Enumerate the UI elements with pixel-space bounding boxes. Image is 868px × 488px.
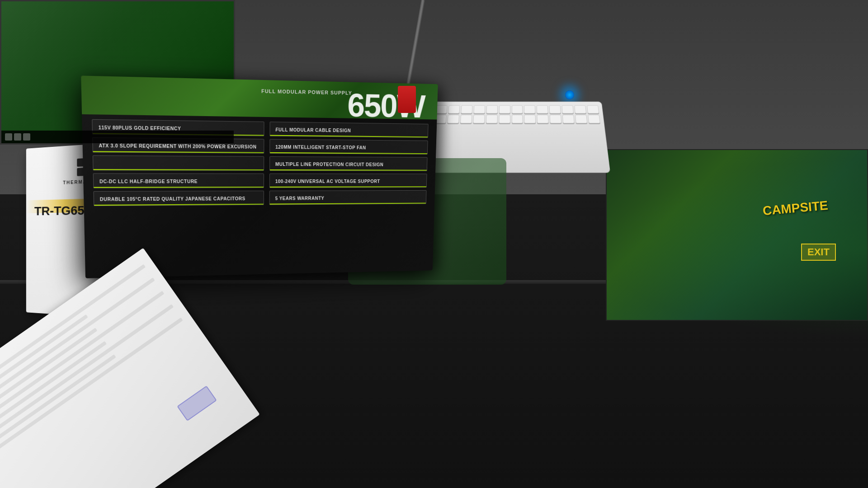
taskbar-icon-2 (14, 133, 21, 141)
key (537, 115, 549, 123)
feature-item-9: DURABLE 105°C RATED QUALITY JAPANESE CAP… (94, 191, 264, 206)
key (562, 105, 574, 113)
key (588, 115, 600, 123)
exit-label: EXIT (801, 244, 836, 261)
key (461, 105, 472, 113)
feature-item-5 (93, 155, 264, 171)
feature-text-2: FULL MODULAR CABLE DESIGN (275, 127, 351, 133)
key (486, 115, 498, 123)
feature-item-7: DC-DC LLC HALF-BRIDGE STRUCTURE (93, 174, 264, 188)
key (524, 105, 536, 113)
feature-item-6: MULTIPLE LINE PROTECTION CIRCUIT DESIGN (269, 156, 428, 171)
keyboard-keys (417, 102, 604, 127)
key (575, 115, 587, 123)
key (473, 115, 485, 123)
key (448, 105, 460, 113)
key (473, 105, 485, 113)
psu-box: FULL MODULAR POWER SUPPLY 650W 115V 80PL… (81, 75, 438, 278)
key (562, 115, 575, 123)
key (499, 115, 510, 123)
monitor-right: CAMPSITE EXIT (606, 149, 868, 321)
key (486, 105, 498, 113)
key (524, 115, 536, 123)
key (499, 105, 510, 113)
red-desk-item (398, 86, 416, 113)
taskbar-icon-3 (23, 133, 30, 141)
feature-item-4: 120MM INTELLIGENT START-STOP FAN (269, 139, 428, 155)
feature-text-3: ATX 3.0 SLOPE REQUIREMENT WITH 200% POWE… (99, 143, 256, 150)
feature-text-4: 120MM INTELLIGENT START-STOP FAN (275, 145, 366, 150)
paper-stamp (177, 385, 217, 421)
feature-text-7: DC-DC LLC HALF-BRIDGE STRUCTURE (99, 179, 198, 184)
key (587, 105, 599, 113)
rgb-light (565, 90, 574, 99)
key (511, 105, 523, 113)
white-box-model-number: TR-TG650 (34, 203, 91, 218)
psu-subtitle: FULL MODULAR POWER SUPPLY (261, 88, 352, 95)
key (574, 105, 586, 113)
monitor-screen: CAMPSITE EXIT (607, 150, 867, 320)
campsite-label: CAMPSITE (762, 198, 829, 218)
feature-item-8: 100-240V UNIVERSAL AC VOLTAGE SUPPORT (269, 174, 427, 188)
feature-text-6: MULTIPLE LINE PROTECTION CIRCUIT DESIGN (275, 162, 383, 167)
key (549, 105, 561, 113)
key (460, 115, 472, 123)
feature-text-9: DURABLE 105°C RATED QUALITY JAPANESE CAP… (100, 196, 245, 202)
feature-text-10: 5 YEARS WARRANTY (275, 196, 325, 201)
key (447, 115, 459, 123)
key (537, 105, 548, 113)
taskbar-icon-1 (5, 133, 12, 141)
monitor-taskbar (1, 131, 234, 143)
key (550, 115, 561, 123)
feature-item-10: 5 YEARS WARRANTY (269, 190, 427, 205)
feature-text-8: 100-240V UNIVERSAL AC VOLTAGE SUPPORT (275, 179, 380, 184)
feature-item-2: FULL MODULAR CABLE DESIGN (269, 122, 428, 138)
key (511, 115, 523, 123)
